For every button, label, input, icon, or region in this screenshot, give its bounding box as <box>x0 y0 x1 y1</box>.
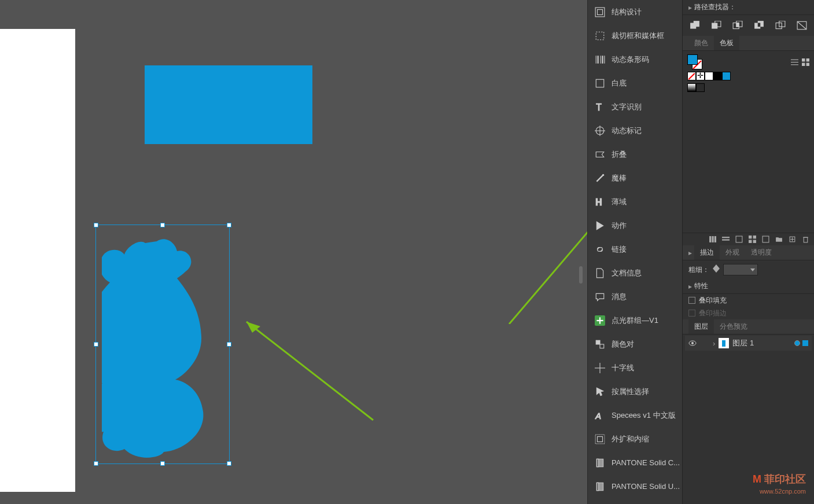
overprint-stroke-label: 叠印描边 <box>699 308 727 318</box>
panel-item-label: 十字线 <box>612 363 634 373</box>
plus-icon <box>595 315 605 326</box>
swatch-row-2 <box>683 82 814 95</box>
panel-selectby[interactable]: 按属性选择 <box>588 380 682 403</box>
tab-color[interactable]: 颜色 <box>688 36 714 50</box>
swatch-opts-icon[interactable] <box>735 236 743 243</box>
panel-item-label: 白底 <box>612 78 627 89</box>
pf-unite-icon[interactable] <box>690 21 700 30</box>
panel-dynmark[interactable]: 动态标记 <box>588 119 682 142</box>
expand-layer-icon[interactable]: › <box>713 339 715 348</box>
svg-rect-51 <box>802 62 805 65</box>
panel-colorpair[interactable]: 颜色对 <box>588 332 682 356</box>
layer-name[interactable]: 图层 1 <box>732 338 754 348</box>
layer-thumbnail <box>719 338 729 348</box>
collapse-icon[interactable]: ▸ <box>688 282 694 290</box>
swatch-darkgray[interactable] <box>696 83 705 92</box>
new-color-icon[interactable] <box>762 236 769 243</box>
link-icon <box>595 244 605 255</box>
checkbox[interactable] <box>688 297 695 304</box>
handle-tl[interactable] <box>94 223 98 227</box>
stroke-weight-input[interactable] <box>723 264 758 275</box>
panel-item-label: 魔棒 <box>612 173 627 183</box>
panel-barcode[interactable]: 动态条形码 <box>588 47 682 71</box>
swatch-registration[interactable] <box>696 72 705 80</box>
group-icon[interactable] <box>749 236 756 243</box>
selection-bounds[interactable] <box>95 225 230 464</box>
panel-structure-design[interactable]: 结构设计 <box>588 0 682 24</box>
blue-rectangle-shape <box>145 65 312 144</box>
handle-bm[interactable] <box>160 461 165 466</box>
swatch-gradient[interactable] <box>687 83 696 92</box>
list-view-icon[interactable] <box>791 58 798 66</box>
tab-separations[interactable]: 分色预览 <box>714 319 753 334</box>
panel-expand[interactable]: 外扩和内缩 <box>588 427 682 451</box>
handle-mr[interactable] <box>227 342 231 347</box>
panel-item-label: 折叠 <box>612 149 627 160</box>
folder-icon[interactable] <box>775 236 783 243</box>
grid-view-icon[interactable] <box>802 58 809 66</box>
tab-layers[interactable]: 图层 <box>688 319 714 334</box>
chevron-down-icon <box>750 268 755 271</box>
panel-crop-media[interactable]: 裁切框和媒体框 <box>588 24 682 47</box>
pf-intersect-icon[interactable] <box>732 21 743 30</box>
visibility-icon[interactable] <box>688 339 697 347</box>
svg-rect-28 <box>598 436 603 442</box>
menu-icon[interactable] <box>722 236 730 243</box>
fill-stroke-indicator[interactable] <box>687 54 702 69</box>
collapse-icon[interactable]: ▸ <box>688 249 694 257</box>
panel-pantone-u[interactable]: PANTONE Solid U... <box>588 474 682 498</box>
panel-pantone-c[interactable]: PANTONE Solid C... <box>588 451 682 474</box>
tab-appearance[interactable]: 外观 <box>720 245 745 260</box>
tab-transparency[interactable]: 透明度 <box>745 245 778 260</box>
layer-selected-indicator <box>802 340 808 346</box>
pf-divide-icon[interactable] <box>775 21 786 30</box>
fill-swatch[interactable] <box>687 54 698 65</box>
panel-item-label: 颜色对 <box>612 339 634 350</box>
panel-wand[interactable]: 魔棒 <box>588 166 682 190</box>
panel-lightgroup[interactable]: 点光群组—V1 <box>588 308 682 332</box>
book-icon <box>595 481 605 492</box>
handle-ml[interactable] <box>94 342 98 347</box>
swatch-black[interactable] <box>713 72 722 80</box>
library-icon[interactable] <box>709 236 716 243</box>
panel-actions[interactable]: 动作 <box>588 214 682 237</box>
swatch-blue[interactable] <box>722 72 731 80</box>
panel-docinfo[interactable]: 文档信息 <box>588 261 682 285</box>
doc-icon <box>595 268 605 278</box>
panel-item-label: 消息 <box>612 292 627 302</box>
swatch-white[interactable] <box>705 72 713 80</box>
layer-row[interactable]: › 图层 1 <box>685 336 812 351</box>
tab-swatches[interactable]: 色板 <box>714 36 739 50</box>
stepper-icon[interactable] <box>713 264 720 275</box>
panel-message[interactable]: 消息 <box>588 285 682 308</box>
panel-fold[interactable]: 折叠 <box>588 142 682 166</box>
panel-crosshair[interactable]: 十字线 <box>588 356 682 380</box>
overprint-fill-row[interactable]: 叠印填充 <box>688 294 808 307</box>
handle-bl[interactable] <box>94 461 98 466</box>
tab-stroke[interactable]: 描边 <box>694 245 720 260</box>
panel-item-label: 动作 <box>612 220 627 231</box>
crosshair-icon <box>595 363 605 373</box>
pathfinder-header[interactable]: ▸ 路径查找器： <box>683 0 814 15</box>
trash-icon[interactable] <box>802 236 809 243</box>
panel-grip[interactable] <box>579 266 583 284</box>
pf-exclude-icon[interactable] <box>754 21 764 30</box>
panel-thin[interactable]: H薄域 <box>588 190 682 214</box>
panel-whitebg[interactable]: 白底 <box>588 71 682 95</box>
panel-ocr[interactable]: T文字识别 <box>588 95 682 119</box>
blue-bunny-shape[interactable] <box>102 237 224 459</box>
panel-specees[interactable]: ASpecees v1 中文版 <box>588 403 682 427</box>
new-swatch-icon[interactable] <box>789 236 796 243</box>
layer-target-icon[interactable] <box>794 340 800 346</box>
panel-links[interactable]: 链接 <box>588 237 682 261</box>
pf-minus-icon[interactable] <box>711 21 721 30</box>
target-icon <box>595 126 605 136</box>
handle-br[interactable] <box>227 461 231 466</box>
swatch-none[interactable] <box>687 72 696 80</box>
handle-tm[interactable] <box>160 223 165 227</box>
properties-header[interactable]: ▸ 特性 <box>683 279 814 294</box>
handle-tr[interactable] <box>227 223 231 227</box>
collapse-icon[interactable]: ▸ <box>688 3 694 12</box>
pf-trim-icon[interactable] <box>797 21 807 30</box>
overprint-fill-label: 叠印填充 <box>699 296 727 306</box>
